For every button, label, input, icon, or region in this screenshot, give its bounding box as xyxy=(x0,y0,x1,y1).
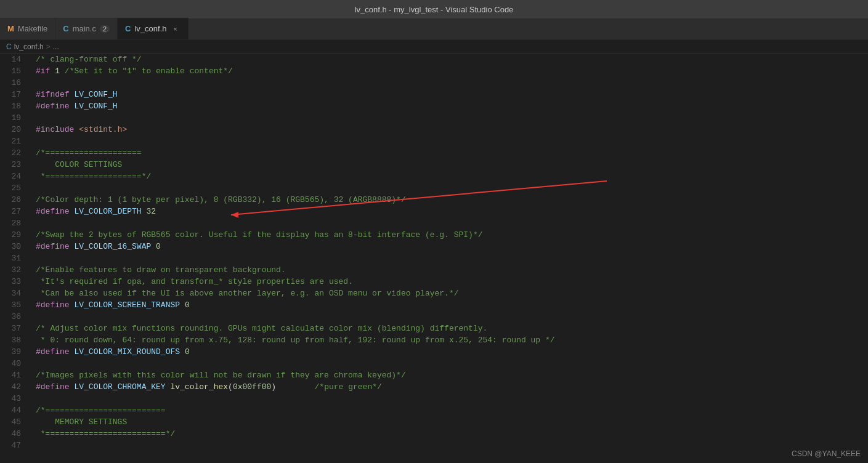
line-number: 21 xyxy=(0,135,31,147)
line-content: /* clang-format off */ xyxy=(31,54,868,65)
line-content xyxy=(31,440,868,451)
line-number: 30 xyxy=(0,241,31,252)
breadcrumb-rest: ... xyxy=(53,42,59,51)
code-line: 15#if 1 /*Set it to "1" to enable conten… xyxy=(0,65,868,77)
line-content: /*Images pixels with this color will not… xyxy=(31,369,868,381)
breadcrumb-filename: lv_conf.h xyxy=(14,42,44,51)
line-number: 26 xyxy=(0,194,31,206)
line-content: /*========================= xyxy=(31,405,868,416)
line-number: 15 xyxy=(0,65,31,77)
line-content xyxy=(31,182,868,194)
code-line: 23 COLOR SETTINGS xyxy=(0,159,868,171)
code-line: 30#define LV_COLOR_16_SWAP 0 xyxy=(0,241,868,252)
line-number: 41 xyxy=(0,369,31,381)
line-content xyxy=(31,112,868,124)
line-number: 32 xyxy=(0,264,31,276)
code-line: 27#define LV_COLOR_DEPTH 32 xyxy=(0,206,868,217)
line-content xyxy=(31,252,868,264)
code-line: 40 xyxy=(0,358,868,369)
code-line: 47 xyxy=(0,440,868,451)
code-line: 37/* Adjust color mix functions rounding… xyxy=(0,323,868,334)
line-number: 23 xyxy=(0,159,31,171)
line-content: #define LV_COLOR_MIX_ROUND_OFS 0 xyxy=(31,346,868,358)
code-area: 14/* clang-format off */15#if 1 /*Set it… xyxy=(0,54,868,463)
line-content: MEMORY SETTINGS xyxy=(31,416,868,428)
tab-icon: C xyxy=(63,24,68,33)
tab-main-c[interactable]: Cmain.c2 xyxy=(55,18,118,39)
tab-makefile[interactable]: MMakefile xyxy=(0,18,55,39)
code-line: 25 xyxy=(0,182,868,194)
line-content: /*Enable features to draw on transparent… xyxy=(31,264,868,276)
breadcrumb-file-icon: C xyxy=(6,42,12,51)
line-content xyxy=(31,77,868,89)
tab-label: Makefile xyxy=(18,24,47,33)
line-content: #if 1 /*Set it to "1" to enable content*… xyxy=(31,65,868,77)
line-number: 37 xyxy=(0,323,31,334)
line-number: 47 xyxy=(0,440,31,451)
line-content: #define LV_COLOR_16_SWAP 0 xyxy=(31,241,868,252)
code-line: 28 xyxy=(0,217,868,229)
code-line: 18#define LV_CONF_H xyxy=(0,100,868,112)
line-number: 39 xyxy=(0,346,31,358)
breadcrumb: C lv_conf.h > ... xyxy=(0,40,868,54)
line-content: *=========================*/ xyxy=(31,428,868,440)
line-content: #define LV_COLOR_CHROMA_KEY lv_color_hex… xyxy=(31,381,868,393)
code-line: 44/*========================= xyxy=(0,405,868,416)
code-line: 36 xyxy=(0,311,868,323)
code-line: 17#ifndef LV_CONF_H xyxy=(0,89,868,100)
line-content xyxy=(31,217,868,229)
line-content: /*==================== xyxy=(31,147,868,159)
code-line: 41/*Images pixels with this color will n… xyxy=(0,369,868,381)
line-number: 16 xyxy=(0,77,31,89)
tab-bar: MMakefileCmain.c2Clv_conf.h× xyxy=(0,18,868,40)
title-bar: lv_conf.h - my_lvgl_test - Visual Studio… xyxy=(0,0,868,18)
code-line: 34 *Can be also used if the UI is above … xyxy=(0,288,868,299)
code-line: 14/* clang-format off */ xyxy=(0,54,868,65)
line-number: 35 xyxy=(0,299,31,311)
line-number: 45 xyxy=(0,416,31,428)
line-number: 18 xyxy=(0,100,31,112)
line-content: #ifndef LV_CONF_H xyxy=(31,89,868,100)
line-content xyxy=(31,393,868,405)
line-number: 42 xyxy=(0,381,31,393)
line-content: *It's required if opa, and transform_* s… xyxy=(31,276,868,288)
line-number: 33 xyxy=(0,276,31,288)
code-line: 39#define LV_COLOR_MIX_ROUND_OFS 0 xyxy=(0,346,868,358)
line-content: #define LV_CONF_H xyxy=(31,100,868,112)
code-line: 29/*Swap the 2 bytes of RGB565 color. Us… xyxy=(0,229,868,241)
line-number: 19 xyxy=(0,112,31,124)
line-content xyxy=(31,358,868,369)
code-line: 38 * 0: round down, 64: round up from x.… xyxy=(0,334,868,346)
code-line: 26/*Color depth: 1 (1 byte per pixel), 8… xyxy=(0,194,868,206)
code-line: 21 xyxy=(0,135,868,147)
code-line: 20#include <stdint.h> xyxy=(0,124,868,135)
line-number: 38 xyxy=(0,334,31,346)
line-content: COLOR SETTINGS xyxy=(31,159,868,171)
line-number: 36 xyxy=(0,311,31,323)
code-line: 22/*==================== xyxy=(0,147,868,159)
line-number: 29 xyxy=(0,229,31,241)
line-number: 20 xyxy=(0,124,31,135)
tab-label: lv_conf.h xyxy=(134,24,166,33)
code-line: 24 *====================*/ xyxy=(0,171,868,182)
tab-lv-conf-h[interactable]: Clv_conf.h× xyxy=(118,18,188,39)
line-content: /*Color depth: 1 (1 byte per pixel), 8 (… xyxy=(31,194,868,206)
tab-badge: 2 xyxy=(100,25,110,33)
breadcrumb-separator: > xyxy=(46,42,51,51)
window-title: lv_conf.h - my_lvgl_test - Visual Studio… xyxy=(355,5,514,14)
watermark: CSDN @YAN_KEEE xyxy=(792,449,861,458)
line-content: #define LV_COLOR_SCREEN_TRANSP 0 xyxy=(31,299,868,311)
code-line: 42#define LV_COLOR_CHROMA_KEY lv_color_h… xyxy=(0,381,868,393)
tab-close-button[interactable]: × xyxy=(171,24,180,34)
line-number: 28 xyxy=(0,217,31,229)
line-content: /* Adjust color mix functions rounding. … xyxy=(31,323,868,334)
code-line: 33 *It's required if opa, and transform_… xyxy=(0,276,868,288)
line-number: 43 xyxy=(0,393,31,405)
code-line: 16 xyxy=(0,77,868,89)
line-content: #include <stdint.h> xyxy=(31,124,868,135)
line-number: 31 xyxy=(0,252,31,264)
tab-icon: C xyxy=(125,24,131,33)
line-content xyxy=(31,135,868,147)
line-number: 17 xyxy=(0,89,31,100)
tab-icon: M xyxy=(7,24,14,33)
